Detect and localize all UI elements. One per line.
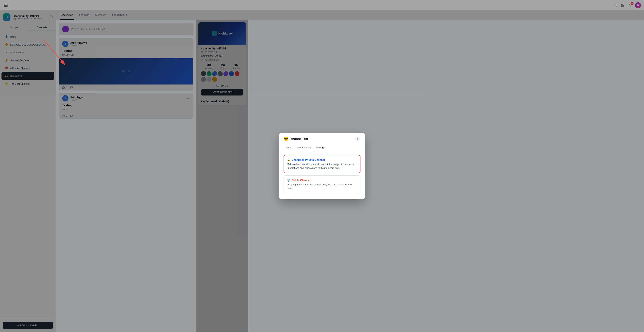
delete-channel-option[interactable]: 🗑️ Delete Channel Deleting the channel w… (284, 175, 360, 193)
change-to-private-option[interactable]: 🔒 Change to Private Channel Making the c… (284, 155, 360, 173)
modal-close-button[interactable]: × (355, 136, 360, 142)
modal-header: 😎 channel_tst × (279, 133, 365, 142)
modal-title: channel_tst (290, 137, 308, 141)
modal-tab-about[interactable]: About (284, 144, 294, 151)
modal-emoji: 😎 (284, 137, 288, 141)
modal-overlay[interactable]: 😎 channel_tst × About Members 30 Setting… (0, 0, 644, 332)
modal-tab-members[interactable]: Members 30 (295, 144, 313, 151)
modal-tabs: About Members 30 Settings (279, 144, 365, 151)
delete-channel-title: 🗑️ Delete Channel (287, 179, 357, 182)
trash-icon: 🗑️ (287, 179, 290, 182)
change-private-desc: Making the channel private will restrict… (287, 162, 357, 170)
lock-icon: 🔒 (287, 158, 290, 161)
delete-channel-desc: Deleting the channel will permanently lo… (287, 183, 357, 190)
modal-tab-settings[interactable]: Settings (314, 144, 327, 151)
modal-title-row: 😎 channel_tst (284, 137, 308, 141)
change-private-title: 🔒 Change to Private Channel (287, 158, 357, 161)
modal-body: 🔒 Change to Private Channel Making the c… (279, 151, 365, 199)
channel-settings-modal: 😎 channel_tst × About Members 30 Setting… (279, 133, 365, 199)
